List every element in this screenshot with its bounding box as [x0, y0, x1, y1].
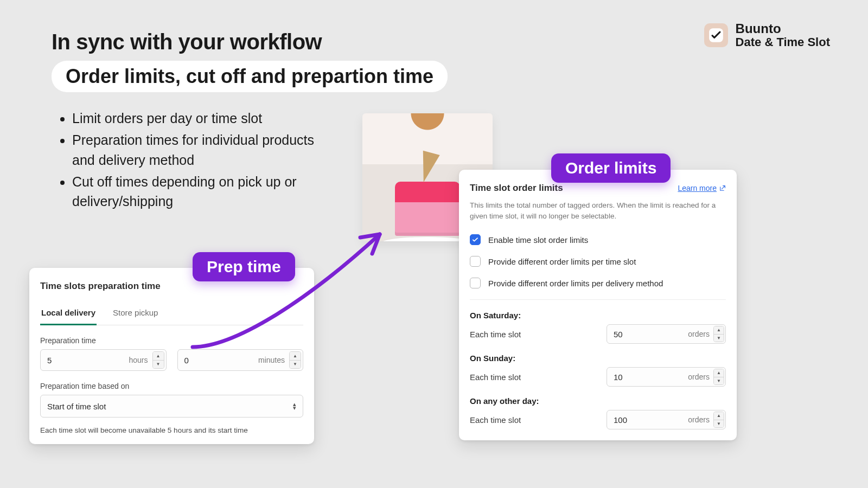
limit-day-label: On Sunday:: [470, 354, 726, 363]
prep-based-select[interactable]: Start of time slot ▴▾: [40, 395, 303, 418]
prep-based-field-label: Preparation time based on: [40, 382, 303, 390]
checkbox-icon: [470, 256, 481, 267]
limit-spinner[interactable]: ▲▼: [713, 412, 724, 428]
limit-group: On any other day:Each time slotorders▲▼: [470, 396, 726, 429]
chk-per-method[interactable]: Provide different order limits per deliv…: [470, 278, 726, 288]
bullet-item: Preparation times for individual product…: [72, 130, 317, 170]
hours-unit: hours: [129, 349, 148, 371]
bullet-item: Cut off times depending on pick up or de…: [72, 172, 317, 211]
limits-panel: Time slot order limits Learn more This l…: [459, 170, 737, 440]
cone-icon: [415, 151, 439, 184]
tab-local-delivery[interactable]: Local delivery: [40, 304, 97, 325]
chk-enable-limits[interactable]: Enable time slot order limits: [470, 234, 726, 245]
orders-unit: orders: [688, 410, 710, 429]
page-title: In sync with your workflow: [52, 30, 448, 54]
minutes-spinner[interactable]: ▲▼: [289, 351, 301, 369]
orders-unit: orders: [688, 324, 710, 344]
chk-per-slot-label: Provide different order limits per time …: [488, 257, 636, 266]
chk-per-slot[interactable]: Provide different order limits per time …: [470, 256, 726, 267]
chk-enable-label: Enable time slot order limits: [488, 235, 588, 245]
prep-panel: Time slots preparation time Local delive…: [29, 268, 314, 444]
prep-time-field-label: Preparation time: [40, 336, 303, 345]
limit-spinner[interactable]: ▲▼: [713, 369, 724, 385]
brand-name: Buunto: [736, 22, 830, 36]
chevron-updown-icon: ▴▾: [293, 402, 296, 409]
subtitle-pill: Order limits, cut off and prepartion tim…: [52, 61, 448, 92]
limit-day-label: On any other day:: [470, 396, 726, 406]
prep-tabs: Local delivery Store pickup: [40, 304, 303, 325]
stage: Buunto Date & Time Slot In sync with you…: [0, 0, 868, 488]
checkbox-icon: [470, 234, 481, 245]
limit-group: On Saturday:Each time slotorders▲▼: [470, 311, 726, 344]
checkmark-icon: [709, 28, 724, 43]
brand-logo: [704, 23, 728, 47]
prep-help-text: Each time slot will become unavailable 5…: [40, 426, 303, 434]
each-time-slot-label: Each time slot: [470, 373, 521, 382]
limits-panel-title: Time slot order limits: [470, 183, 563, 194]
orders-unit: orders: [688, 367, 710, 387]
bullet-list: Limit orders per day or time slot Prepar…: [57, 108, 317, 211]
limit-day-label: On Saturday:: [470, 311, 726, 320]
brand-block: Buunto Date & Time Slot: [704, 22, 830, 49]
checkbox-icon: [470, 278, 481, 288]
each-time-slot-label: Each time slot: [470, 330, 521, 339]
prep-based-value: Start of time slot: [47, 402, 106, 411]
limit-group: On Sunday:Each time slotorders▲▼: [470, 354, 726, 387]
chk-per-method-label: Provide different order limits per deliv…: [488, 279, 663, 288]
prep-panel-title: Time slots preparation time: [40, 281, 303, 292]
tab-store-pickup[interactable]: Store pickup: [112, 304, 159, 325]
bullet-item: Limit orders per day or time slot: [72, 108, 317, 128]
limits-subtext: This limits the total number of tagged o…: [470, 200, 726, 221]
minutes-unit: minutes: [258, 349, 285, 371]
each-time-slot-label: Each time slot: [470, 415, 521, 425]
prep-time-label: Prep time: [193, 252, 295, 281]
learn-more-link[interactable]: Learn more: [678, 184, 726, 192]
brand-sub: Date & Time Slot: [736, 36, 830, 49]
limit-spinner[interactable]: ▲▼: [713, 326, 724, 342]
external-link-icon: [719, 185, 726, 192]
hours-spinner[interactable]: ▲▼: [152, 351, 164, 369]
order-limits-label: Order limits: [551, 153, 671, 183]
